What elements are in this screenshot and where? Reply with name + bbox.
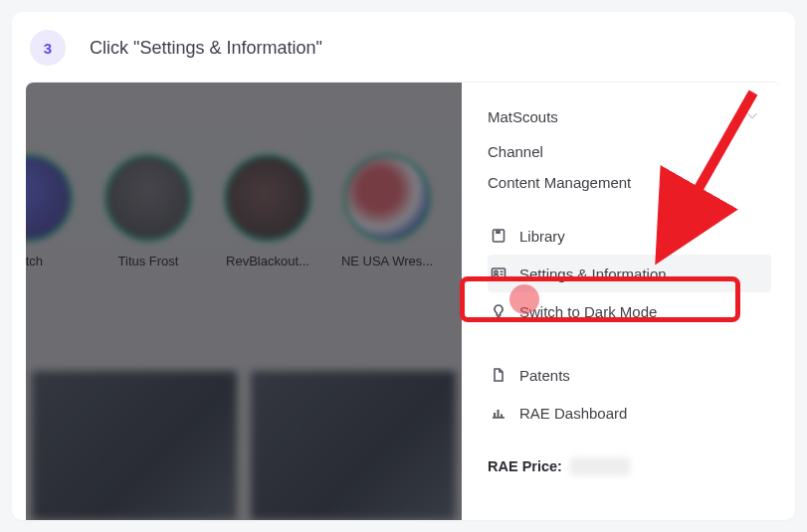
content-thumbnails bbox=[26, 371, 462, 520]
chevron-down-icon bbox=[745, 108, 759, 125]
menu-list: Library Settings & Information Switch to… bbox=[488, 217, 771, 475]
menu-group-2: Patents RAE Dashboard bbox=[488, 350, 771, 432]
step-title: Click "Settings & Information" bbox=[90, 38, 322, 59]
avatar bbox=[104, 154, 192, 242]
menu-label: RAE Dashboard bbox=[519, 405, 627, 422]
avatar-item[interactable]: NE USA Wres... bbox=[336, 154, 438, 268]
avatar bbox=[26, 154, 73, 242]
step-number: 3 bbox=[44, 40, 52, 57]
menu-label: Settings & Information bbox=[519, 266, 667, 282]
lightbulb-icon bbox=[490, 302, 507, 320]
avatar bbox=[343, 154, 431, 242]
thumbnail[interactable] bbox=[32, 371, 237, 520]
menu-item-settings-information[interactable]: Settings & Information bbox=[488, 255, 771, 292]
bar-chart-icon bbox=[490, 404, 507, 422]
rae-price-label: RAE Price: bbox=[488, 458, 562, 474]
avatar bbox=[224, 154, 311, 242]
section-channel[interactable]: Channel bbox=[488, 143, 771, 160]
avatar-item[interactable]: Fitch bbox=[26, 154, 80, 268]
svg-point-2 bbox=[495, 270, 498, 273]
step-number-badge: 3 bbox=[30, 30, 66, 66]
menu-label: Patents bbox=[519, 367, 570, 384]
screenshot-area: Fitch Titus Frost RevBlackout... NE USA … bbox=[26, 82, 781, 520]
menu-label: Switch to Dark Mode bbox=[519, 303, 657, 320]
document-icon bbox=[490, 366, 507, 384]
workspace-name: MatScouts bbox=[488, 108, 558, 125]
menu-item-rae-dashboard[interactable]: RAE Dashboard bbox=[488, 394, 771, 432]
id-card-icon bbox=[490, 265, 507, 282]
section-content-management[interactable]: Content Management bbox=[488, 174, 771, 191]
rae-price-value bbox=[570, 457, 630, 475]
avatar-label: RevBlackout... bbox=[226, 254, 309, 268]
avatar-label: NE USA Wres... bbox=[341, 254, 433, 268]
instruction-card: 3 Click "Settings & Information" Fitch T… bbox=[12, 12, 795, 520]
sidebar-menu-panel: MatScouts Channel Content Management Lib… bbox=[462, 83, 781, 520]
dimmed-background: Fitch Titus Frost RevBlackout... NE USA … bbox=[26, 83, 462, 520]
menu-item-dark-mode[interactable]: Switch to Dark Mode bbox=[488, 292, 771, 330]
library-icon bbox=[490, 227, 507, 245]
avatar-label: Fitch bbox=[26, 254, 43, 268]
avatar-item[interactable]: RevBlackout... bbox=[217, 154, 318, 268]
step-header: 3 Click "Settings & Information" bbox=[26, 26, 781, 82]
thumbnail[interactable] bbox=[251, 371, 456, 520]
avatar-item[interactable]: Titus Frost bbox=[98, 154, 199, 268]
avatar-label: Titus Frost bbox=[118, 254, 179, 268]
avatars-row: Fitch Titus Frost RevBlackout... NE USA … bbox=[26, 154, 438, 268]
rae-price-row: RAE Price: bbox=[488, 457, 771, 475]
menu-item-library[interactable]: Library bbox=[488, 217, 771, 255]
workspace-dropdown[interactable]: MatScouts bbox=[488, 108, 771, 125]
menu-label: Library bbox=[519, 228, 565, 245]
menu-item-patents[interactable]: Patents bbox=[488, 356, 771, 394]
